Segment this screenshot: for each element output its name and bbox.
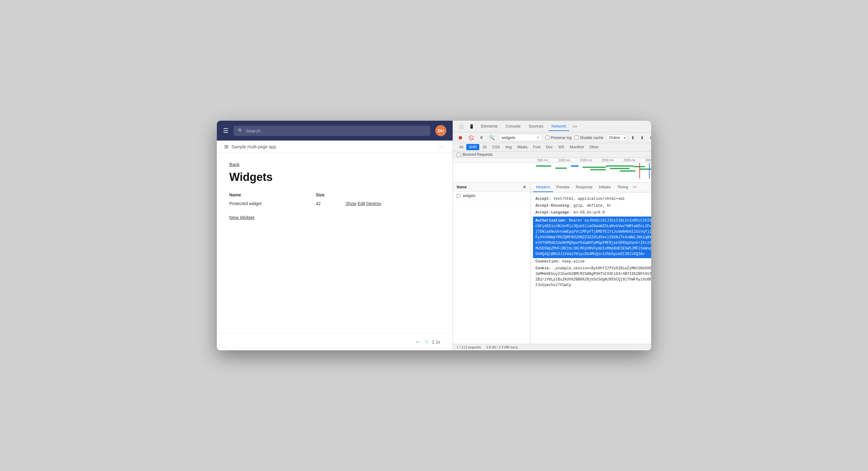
clear-button[interactable]: 🚫 — [467, 135, 475, 141]
requests-list-header: Name ✕ — [453, 183, 530, 192]
h-tab-headers[interactable]: Headers — [533, 183, 553, 192]
header-val: en-US,en;q=0.9 — [573, 210, 604, 215]
col-header-name: Name — [229, 191, 316, 200]
header-row: Connection: keep-alive — [535, 259, 651, 264]
filter-font[interactable]: Font — [530, 144, 543, 150]
timeline-label-5: 2500 ms — [619, 159, 640, 162]
webapp-topbar: ☰ 🔍 DU — [217, 121, 453, 140]
devtools-status: 1 / 113 requests 2.8 kB / 2.4 MB trans — [453, 344, 651, 350]
widget-name: Protected widget — [229, 200, 316, 207]
requests-list-items: widgets — [453, 192, 530, 200]
request-checkbox[interactable] — [457, 194, 460, 198]
throttle-dropdown-wrap[interactable]: Online — [607, 135, 627, 141]
timeline-label-1: 500 ms — [532, 159, 553, 162]
browser-window: ☰ 🔍 DU ⊞ Sample multi-page app ··· Back … — [217, 121, 651, 350]
header-row: Authorization: Bearer eyJhbGci0iJIUzI1Ni… — [533, 217, 651, 258]
upload-button[interactable]: ⬆ — [630, 135, 636, 141]
header-val: gzip, deflate, br — [573, 203, 611, 208]
filter-doc[interactable]: Doc — [544, 144, 555, 150]
filter-css[interactable]: CSS — [490, 144, 502, 150]
h-tab-initiator[interactable]: Initiator — [596, 183, 614, 192]
headers-panel: Headers Preview Response Initiator Timin… — [530, 183, 651, 344]
react-icon: ⚛ — [424, 339, 429, 345]
waterfall-section: 500 ms 1000 ms 1500 ms 2000 ms 2500 ms 3… — [453, 158, 651, 183]
h-tab-preview[interactable]: Preview — [553, 183, 573, 192]
timeline-label-3: 1500 ms — [575, 159, 597, 162]
device-toolbar-button[interactable]: 📱 — [467, 123, 476, 130]
avatar: DU — [435, 125, 446, 136]
download-button[interactable]: ⬇ — [639, 135, 645, 141]
more-tabs-button[interactable]: >> — [571, 124, 578, 129]
header-key: Authorization: — [535, 218, 567, 223]
header-val: _example_session=Byk0hfI2fXy%2BieZyMmtO8… — [535, 266, 651, 287]
name-column-header: Name — [457, 185, 467, 189]
header-val: text/html, application/xhtml+xml — [553, 197, 625, 201]
search-network-button[interactable]: 🔍 — [488, 135, 496, 141]
disable-cache-checkbox[interactable] — [575, 135, 579, 139]
page-title: Widgets — [229, 171, 440, 184]
filter-xhr[interactable]: XHR — [466, 144, 479, 150]
header-row: Accept-Encoding: gzip, deflate, br — [535, 203, 651, 209]
timing-value: 2.1s — [432, 340, 440, 344]
list-item[interactable]: widgets — [453, 192, 530, 200]
h-tab-timing[interactable]: Timing — [614, 183, 631, 192]
widget-size: 42 — [316, 200, 346, 207]
more-options-button[interactable]: ··· — [439, 144, 445, 150]
blocked-requests-row: Blocked Requests — [453, 151, 651, 158]
timeline-label-4: 2000 ms — [597, 159, 619, 162]
new-widget-link[interactable]: New Widget — [229, 215, 254, 220]
filter-text: widgets — [502, 135, 515, 140]
action-destroy[interactable]: Destroy — [366, 201, 381, 206]
header-row: Cookie: _example_session=Byk0hfI2fXy%2Bi… — [535, 265, 651, 288]
requests-list: Name ✕ widgets — [453, 183, 530, 344]
throttle-dropdown[interactable]: Online — [607, 135, 627, 141]
filter-img[interactable]: Img — [503, 144, 514, 150]
network-body: Name ✕ widgets Headers Preview Response … — [453, 183, 651, 344]
h-tab-response[interactable]: Response — [573, 183, 596, 192]
headers-content: Accept: text/html, application/xhtml+xml… — [530, 192, 651, 293]
search-icon: 🔍 — [238, 128, 243, 133]
header-val: Bearer eyJhbGci0iJIUzI1NiIsInR5cCI6IkpXV… — [535, 218, 651, 256]
webapp-panel: ☰ 🔍 DU ⊞ Sample multi-page app ··· Back … — [217, 121, 453, 350]
filter-button[interactable]: ⛛ — [478, 135, 485, 141]
col-header-size: Size — [316, 191, 346, 200]
tab-elements[interactable]: Elements — [478, 122, 501, 131]
inspect-element-button[interactable]: ⬜ — [457, 123, 465, 130]
network-toolbar: ⏺ 🚫 ⛛ 🔍 widgets ✕ Preserve log Disable c… — [453, 132, 651, 143]
timeline-label-6: 3000 ms — [640, 159, 651, 162]
filter-all[interactable]: All — [457, 144, 466, 150]
tab-sources[interactable]: Sources — [526, 122, 547, 131]
blocked-requests-checkbox[interactable] — [457, 153, 461, 157]
filter-media[interactable]: Media — [515, 144, 530, 150]
devtools-toolbar: ⬜ 📱 Elements Console Sources Network >> … — [453, 121, 651, 132]
disable-cache-label[interactable]: Disable cache — [575, 135, 603, 140]
clear-filter-button[interactable]: ✕ — [537, 135, 539, 139]
action-show[interactable]: Show — [346, 201, 356, 206]
filter-ws[interactable]: WS — [556, 144, 566, 150]
search-input[interactable] — [246, 128, 426, 133]
header-key: Accept: — [535, 197, 551, 201]
back-link[interactable]: Back — [229, 162, 240, 167]
more-header-tabs-button[interactable]: >> — [631, 183, 638, 192]
filter-other[interactable]: Other — [587, 144, 601, 150]
network-filter-input[interactable]: widgets ✕ — [499, 134, 542, 141]
filter-js[interactable]: JS — [480, 144, 489, 150]
record-button[interactable]: ⏺ — [457, 134, 464, 141]
search-bar[interactable]: 🔍 — [234, 126, 430, 136]
col-header-actions — [346, 191, 440, 200]
widgets-table: Name Size Protected widget 42 Show Edit … — [229, 191, 440, 207]
clear-storage-button[interactable]: ⚙ — [648, 135, 651, 141]
menu-button[interactable]: ☰ — [223, 128, 229, 134]
filter-tabs: All XHR JS CSS Img Media Font Doc WS Man… — [453, 143, 651, 151]
preserve-log-label[interactable]: Preserve log — [546, 135, 571, 140]
filter-manifest[interactable]: Manifest — [567, 144, 586, 150]
tab-console[interactable]: Console — [502, 122, 524, 131]
header-key: Connection: — [535, 259, 560, 264]
close-request-panel-button[interactable]: ✕ — [523, 185, 526, 190]
transfer-size: 2.8 kB / 2.4 MB trans — [486, 345, 518, 349]
tab-network[interactable]: Network — [549, 122, 569, 131]
devtools-panel: ⬜ 📱 Elements Console Sources Network >> … — [453, 121, 651, 350]
action-edit[interactable]: Edit — [358, 201, 365, 206]
webapp-content: Back Widgets Name Size Protected widget … — [217, 153, 453, 333]
preserve-log-checkbox[interactable] — [546, 135, 549, 139]
